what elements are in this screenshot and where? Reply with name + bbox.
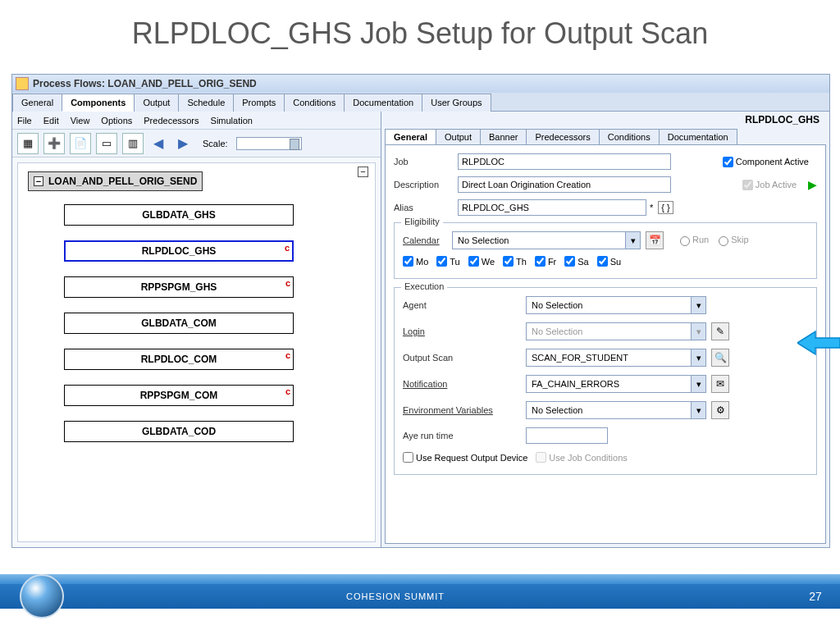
login-combo: No Selection▾: [526, 322, 706, 340]
menubar: FileEditViewOptionsPredecessorsSimulatio…: [12, 112, 381, 130]
mail-icon[interactable]: ✉: [711, 375, 729, 393]
tbtn-3[interactable]: 📄: [70, 133, 91, 154]
sub-tab-output[interactable]: Output: [436, 129, 481, 144]
job-box-glbdata_ghs[interactable]: GLBDATA_GHS: [64, 204, 294, 226]
notification-label: Notification: [403, 379, 526, 389]
output-scan-label: Output Scan: [403, 353, 526, 363]
job-box-rlpdloc_ghs[interactable]: RLPDLOC_GHSc: [64, 240, 294, 262]
job-active-checkbox: [742, 180, 753, 190]
day-mo-checkbox[interactable]: [403, 256, 413, 267]
tbtn-2[interactable]: ➕: [43, 133, 65, 154]
root-node[interactable]: − LOAN_AND_PELL_ORIG_SEND: [28, 171, 203, 191]
job-field[interactable]: [458, 153, 671, 170]
day-we-checkbox[interactable]: [468, 256, 479, 267]
selected-job-name: RLPDLOC_GHS: [745, 114, 819, 126]
notification-combo[interactable]: FA_CHAIN_ERRORS▾: [526, 375, 706, 393]
nav-next-icon[interactable]: ▶: [173, 134, 193, 153]
main-tab-schedule[interactable]: Schedule: [178, 94, 234, 112]
main-tab-general[interactable]: General: [12, 94, 62, 112]
env-icon[interactable]: ⚙: [711, 401, 729, 419]
sub-tab-predecessors[interactable]: Predecessors: [526, 129, 599, 144]
menu-edit[interactable]: Edit: [43, 116, 59, 126]
menu-view[interactable]: View: [71, 116, 90, 126]
menu-simulation[interactable]: Simulation: [211, 116, 253, 126]
menu-file[interactable]: File: [17, 116, 32, 126]
alias-field[interactable]: [458, 199, 646, 216]
day-su-checkbox[interactable]: [597, 256, 608, 267]
main-tab-user-groups[interactable]: User Groups: [422, 94, 491, 112]
nav-prev-icon[interactable]: ◀: [148, 134, 168, 153]
output-scan-combo[interactable]: SCAN_FOR_STUDENT▾: [526, 349, 706, 367]
job-box-glbdata_cod[interactable]: GLBDATA_COD: [64, 421, 294, 442]
braces-button[interactable]: { }: [658, 201, 673, 214]
app-window: Process Flows: LOAN_AND_PELL_ORIG_SEND G…: [11, 74, 830, 548]
use-conditions-checkbox: [536, 452, 546, 463]
collapse-aux-icon[interactable]: −: [358, 167, 368, 177]
general-panel: Job Component Active Description Job Act…: [385, 144, 826, 544]
flow-canvas[interactable]: − − LOAN_AND_PELL_ORIG_SEND GLBDATA_GHSR…: [17, 162, 376, 542]
day-tu-checkbox[interactable]: [436, 256, 447, 267]
calendar-picker-icon[interactable]: 📅: [646, 231, 664, 249]
job-label: Job: [394, 157, 458, 167]
job-box-glbdata_com[interactable]: GLBDATA_COM: [64, 313, 294, 334]
main-tab-output[interactable]: Output: [134, 94, 179, 112]
tbtn-4[interactable]: ▭: [96, 133, 117, 154]
main-tab-components[interactable]: Components: [62, 94, 135, 112]
calendar-label: Calendar: [403, 235, 452, 245]
c-badge: c: [285, 350, 290, 360]
callout-arrow-icon: [797, 328, 840, 358]
execution-fieldset: Execution AgentNo Selection▾ LoginNo Sel…: [394, 287, 817, 475]
menu-predecessors[interactable]: Predecessors: [144, 116, 199, 126]
toolbar: ▦ ➕ 📄 ▭ ▥ ◀ ▶ Scale:: [12, 130, 381, 158]
desc-label: Description: [394, 180, 458, 189]
aye-field[interactable]: [526, 427, 608, 444]
env-combo[interactable]: No Selection▾: [526, 401, 706, 419]
window-title: Process Flows: LOAN_AND_PELL_ORIG_SEND: [33, 78, 257, 89]
skip-radio: [719, 236, 728, 246]
execution-legend: Execution: [401, 281, 447, 291]
collapse-icon[interactable]: −: [34, 176, 43, 186]
main-tab-prompts[interactable]: Prompts: [233, 94, 285, 112]
output-scan-icon[interactable]: 🔍: [711, 349, 729, 367]
sub-tab-conditions[interactable]: Conditions: [599, 129, 660, 144]
scale-label: Scale:: [203, 139, 228, 148]
eligibility-fieldset: Eligibility Calendar No Selection▾ 📅 Run…: [394, 222, 817, 279]
titlebar: Process Flows: LOAN_AND_PELL_ORIG_SEND: [12, 75, 829, 93]
component-active-checkbox[interactable]: [723, 157, 733, 167]
component-active-label: Component Active: [736, 157, 809, 167]
sub-tab-documentation[interactable]: Documentation: [659, 129, 737, 144]
calendar-combo[interactable]: No Selection▾: [452, 231, 641, 249]
job-box-rppspgm_ghs[interactable]: RPPSPGM_GHSc: [64, 276, 294, 298]
login-edit-icon[interactable]: ✎: [711, 322, 729, 340]
logo-icon: [20, 574, 64, 619]
c-badge: c: [285, 386, 290, 396]
tbtn-1[interactable]: ▦: [17, 133, 39, 154]
day-fr-checkbox[interactable]: [535, 256, 546, 267]
main-tab-documentation[interactable]: Documentation: [344, 94, 422, 112]
login-label: Login: [403, 326, 526, 336]
tbtn-5[interactable]: ▥: [122, 133, 144, 154]
page-number: 27: [791, 590, 840, 603]
left-pane: FileEditViewOptionsPredecessorsSimulatio…: [12, 112, 381, 547]
window-icon: [16, 77, 29, 90]
job-active-label: Job Active: [756, 180, 797, 189]
job-box-rppspgm_com[interactable]: RPPSPGM_COMc: [64, 385, 294, 406]
agent-label: Agent: [403, 300, 526, 310]
use-conditions-label: Use Job Conditions: [549, 453, 627, 463]
use-request-checkbox[interactable]: [403, 452, 413, 463]
day-sa-checkbox[interactable]: [564, 256, 575, 267]
c-badge: c: [285, 278, 290, 288]
menu-options[interactable]: Options: [101, 116, 132, 126]
sub-tab-banner[interactable]: Banner: [480, 129, 527, 144]
right-pane: RLPDLOC_GHS GeneralOutputBannerPredecess…: [381, 112, 829, 547]
aye-label: Aye run time: [403, 431, 526, 441]
main-tab-conditions[interactable]: Conditions: [284, 94, 345, 112]
desc-field[interactable]: [458, 176, 671, 193]
sub-tab-general[interactable]: General: [385, 129, 436, 144]
play-icon[interactable]: ▶: [808, 178, 817, 191]
job-box-rlpdloc_com[interactable]: RLPDLOC_COMc: [64, 349, 294, 370]
day-th-checkbox[interactable]: [503, 256, 514, 267]
chevron-down-icon: ▾: [625, 232, 640, 249]
scale-slider[interactable]: [236, 137, 302, 150]
agent-combo[interactable]: No Selection▾: [526, 296, 706, 314]
